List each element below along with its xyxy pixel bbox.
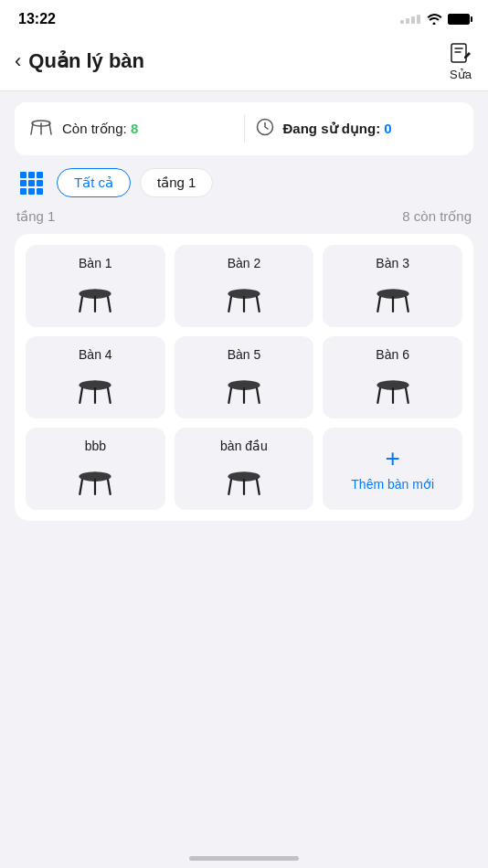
table-icon: [224, 373, 264, 406]
svg-line-24: [257, 388, 260, 403]
page-header: ‹ Quản lý bàn Sửa: [0, 31, 488, 91]
tab-all[interactable]: Tất cả: [57, 168, 131, 197]
table-name: Bàn 3: [376, 256, 409, 270]
svg-line-12: [257, 297, 260, 312]
svg-line-28: [406, 388, 408, 403]
svg-line-36: [257, 480, 260, 494]
grid-icon: [20, 172, 43, 195]
svg-rect-0: [451, 44, 466, 62]
table-card-ban2[interactable]: Bàn 2: [175, 245, 314, 327]
back-button[interactable]: ‹: [15, 51, 21, 71]
table-card-bbb[interactable]: bbb: [26, 428, 165, 510]
wifi-icon: [426, 12, 442, 27]
available-stat: Còn trống: 8: [29, 116, 233, 142]
table-icon: [75, 464, 115, 497]
signal-icon: [400, 15, 420, 24]
battery-icon: [448, 14, 470, 25]
table-icon: [224, 281, 264, 314]
home-indicator: [189, 856, 299, 861]
svg-line-11: [228, 297, 231, 312]
available-label: Còn trống: 8: [62, 121, 138, 137]
stats-bar: Còn trống: 8 Đang sử dụng: 0: [15, 102, 473, 155]
table-card-ban5[interactable]: Bàn 5: [175, 336, 314, 418]
svg-line-20: [108, 388, 111, 403]
table-name: bbb: [85, 439, 106, 453]
floor-name: tầng 1: [16, 208, 55, 225]
edit-button[interactable]: Sửa: [448, 40, 473, 81]
inuse-label: Đang sử dụng: 0: [283, 121, 392, 137]
svg-line-32: [108, 480, 111, 494]
svg-line-19: [80, 388, 83, 403]
table-name: Bàn 4: [79, 347, 112, 362]
svg-line-31: [80, 480, 83, 494]
add-table-label: Thêm bàn mới: [351, 477, 434, 492]
svg-line-8: [108, 297, 111, 312]
table-card-ban1[interactable]: Bàn 1: [26, 245, 165, 327]
add-plus-icon: +: [385, 446, 399, 471]
svg-line-15: [377, 297, 380, 312]
svg-line-35: [228, 480, 231, 494]
table-name: Bàn 1: [79, 256, 112, 270]
status-time: 13:22: [18, 11, 56, 27]
table-icon: [373, 373, 413, 406]
floor-section: tầng 1 8 còn trống Bàn 1 Bàn 2 Bàn 3 Bàn…: [0, 208, 488, 521]
filter-section: Tất cả tầng 1: [0, 166, 488, 199]
svg-line-2: [31, 123, 33, 134]
table-icon: [224, 464, 264, 497]
table-name: Bàn 5: [228, 347, 261, 362]
table-card-bandau[interactable]: bàn đầu: [175, 428, 314, 510]
status-bar: 13:22: [0, 0, 488, 31]
table-name: Bàn 6: [376, 347, 409, 362]
edit-label: Sửa: [450, 68, 472, 81]
table-icon: [75, 281, 115, 314]
table-name: bàn đầu: [220, 439, 268, 453]
table-name: Bàn 2: [228, 256, 261, 270]
table-card-ban3[interactable]: Bàn 3: [323, 245, 462, 327]
svg-line-23: [228, 388, 231, 403]
table-card-ban6[interactable]: Bàn 6: [323, 336, 462, 418]
clock-icon: [256, 118, 274, 141]
svg-line-27: [377, 388, 380, 403]
svg-line-16: [406, 297, 408, 312]
table-grid: Bàn 1 Bàn 2 Bàn 3 Bàn 4 Bàn 5 Bàn 6: [15, 234, 473, 521]
edit-icon: [448, 40, 473, 66]
table-card-ban4[interactable]: Bàn 4: [26, 336, 165, 418]
svg-line-3: [49, 123, 51, 134]
inuse-stat: Đang sử dụng: 0: [256, 118, 460, 141]
page-title: Quản lý bàn: [28, 49, 144, 73]
tab-floor1[interactable]: tầng 1: [140, 168, 213, 197]
status-icons: [400, 12, 470, 27]
grid-view-button[interactable]: [15, 166, 48, 199]
table-available-icon: [29, 116, 53, 142]
floor-header: tầng 1 8 còn trống: [15, 208, 473, 225]
table-icon: [75, 373, 115, 406]
stat-divider: [244, 115, 245, 143]
svg-line-7: [80, 297, 83, 312]
floor-count: 8 còn trống: [402, 208, 472, 225]
add-table-card[interactable]: + Thêm bàn mới: [323, 428, 462, 510]
table-icon: [373, 281, 413, 314]
header-left: ‹ Quản lý bàn: [15, 49, 144, 73]
